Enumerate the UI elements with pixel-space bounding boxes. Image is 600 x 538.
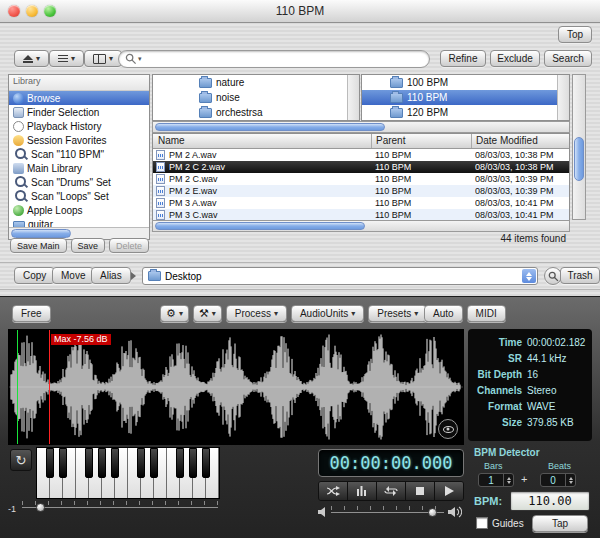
bars-icon bbox=[356, 486, 368, 496]
bookmarks-menu-button[interactable] bbox=[84, 50, 122, 67]
sidebar-item-browse[interactable]: Browse bbox=[9, 91, 149, 105]
slider-knob[interactable] bbox=[36, 503, 45, 512]
move-button[interactable]: Move bbox=[52, 267, 94, 284]
sidebar-item-scan-loops-set[interactable]: Scan "Loops" Set bbox=[9, 189, 149, 203]
piano-keyboard[interactable] bbox=[36, 447, 220, 499]
stepper-arrows-icon[interactable] bbox=[503, 474, 513, 486]
gear-menu-button[interactable]: ⚙ bbox=[160, 305, 189, 322]
loop-button[interactable]: ↻ bbox=[10, 449, 32, 471]
piano-black-key[interactable] bbox=[176, 448, 184, 478]
beats-select[interactable]: 0 bbox=[540, 473, 576, 487]
column-header-parent[interactable]: Parent bbox=[371, 134, 405, 148]
piano-black-key[interactable] bbox=[111, 448, 119, 478]
file-row[interactable]: PM 3 A.wav 110 BPM 08/03/03, 10:41 PM bbox=[153, 197, 569, 209]
sidebar-item-playback-history[interactable]: Playback History bbox=[9, 119, 149, 133]
top-button[interactable]: Top bbox=[558, 26, 592, 43]
alias-button[interactable]: Alias bbox=[91, 267, 131, 284]
folder-row-110-bpm[interactable]: 110 BPM bbox=[362, 90, 569, 105]
file-list-horizontal-scrollbar[interactable] bbox=[152, 220, 570, 232]
column-header-name[interactable]: Name bbox=[158, 135, 185, 146]
search-input[interactable] bbox=[146, 53, 423, 66]
sidebar-item-scan-drums-set[interactable]: Scan "Drums" Set bbox=[9, 175, 149, 189]
presets-menu-button[interactable]: Presets bbox=[368, 305, 427, 322]
start-marker[interactable] bbox=[17, 330, 18, 444]
file-row[interactable]: PM 2 E.wav 110 BPM 08/03/03, 10:39 PM bbox=[153, 185, 569, 197]
audiounits-menu-button[interactable]: AudioUnits bbox=[291, 305, 364, 322]
scrollbar-thumb[interactable] bbox=[574, 137, 584, 181]
bars-select[interactable]: 1 bbox=[478, 473, 514, 487]
browser-horizontal-scrollbar[interactable] bbox=[152, 121, 570, 133]
piano-black-key[interactable] bbox=[98, 448, 106, 478]
format-label: Format bbox=[468, 399, 527, 415]
playhead-marker[interactable] bbox=[49, 330, 50, 444]
piano-black-key[interactable] bbox=[59, 448, 67, 478]
shuffle-button[interactable] bbox=[319, 482, 348, 500]
piano-black-key[interactable] bbox=[137, 448, 145, 478]
time-lcd-display: 00:00:00.000 bbox=[318, 449, 464, 477]
folder-row-nature[interactable]: nature bbox=[153, 75, 359, 90]
delete-button[interactable]: Delete bbox=[109, 238, 149, 253]
stepper-arrows-icon[interactable] bbox=[565, 474, 575, 486]
folder-row-100-bpm[interactable]: 100 BPM bbox=[362, 75, 569, 90]
folder-row-120-bpm[interactable]: 120 BPM bbox=[362, 105, 569, 120]
destination-path: Desktop bbox=[165, 271, 202, 282]
sidebar-item-main-library[interactable]: Main Library bbox=[9, 161, 149, 175]
file-row-selected[interactable]: PM 2 C 2.wav 110 BPM 08/03/03, 10:38 PM bbox=[153, 161, 569, 173]
free-group: Free bbox=[12, 305, 51, 323]
loop-playback-button[interactable] bbox=[377, 482, 406, 500]
save-button[interactable]: Save bbox=[71, 238, 106, 253]
piano-black-key[interactable] bbox=[189, 448, 197, 478]
piano-black-key[interactable] bbox=[46, 448, 54, 478]
sidebar-item-apple-loops[interactable]: Apple Loops bbox=[9, 203, 149, 217]
browser-column-parent: nature noise orchestrsa bbox=[152, 74, 360, 121]
file-list-vertical-scrollbar[interactable] bbox=[572, 74, 586, 220]
eject-menu-button[interactable] bbox=[14, 50, 49, 67]
slider-knob[interactable] bbox=[428, 508, 437, 517]
column-scrollbar[interactable] bbox=[557, 75, 569, 120]
column-scrollbar[interactable] bbox=[347, 75, 359, 120]
piano-black-key[interactable] bbox=[202, 448, 210, 478]
column-header-date-modified[interactable]: Date Modified bbox=[471, 134, 538, 148]
view-eye-button[interactable] bbox=[438, 419, 458, 439]
refine-button[interactable]: Refine bbox=[440, 50, 486, 67]
octave-slider[interactable] bbox=[22, 501, 218, 513]
trash-button[interactable]: Trash bbox=[560, 267, 600, 284]
scrollbar-thumb[interactable] bbox=[155, 123, 385, 131]
search-button[interactable]: Search bbox=[544, 50, 592, 67]
toolbar: ▾ Refine Exclude Search bbox=[0, 48, 600, 72]
scrollbar-thumb[interactable] bbox=[11, 229, 71, 238]
guides-option: Guides bbox=[476, 517, 524, 529]
file-row[interactable]: PM 2 C.wav 110 BPM 08/03/03, 10:39 PM bbox=[153, 173, 569, 185]
guides-checkbox[interactable] bbox=[476, 517, 488, 529]
select-stepper-icon[interactable] bbox=[522, 269, 536, 283]
sidebar-item-scan-110-bpm[interactable]: Scan "110 BPM" bbox=[9, 147, 149, 161]
sidebar-item-session-favorites[interactable]: Session Favorites bbox=[9, 133, 149, 147]
exclude-button[interactable]: Exclude bbox=[490, 50, 540, 67]
waveform-display[interactable]: Max -7.56 dB bbox=[8, 329, 464, 445]
free-button[interactable]: Free bbox=[12, 305, 51, 322]
process-menu-button[interactable]: Process bbox=[226, 305, 287, 322]
player-panel: Free ⚙ ⚒ Process AudioUnits Presets Auto… bbox=[0, 296, 600, 538]
midi-button[interactable]: MIDI bbox=[467, 305, 506, 322]
auto-button[interactable]: Auto bbox=[424, 305, 463, 322]
play-button[interactable] bbox=[435, 482, 463, 500]
copy-button[interactable]: Copy bbox=[14, 267, 55, 284]
tap-button[interactable]: Tap bbox=[532, 515, 588, 532]
stop-button[interactable] bbox=[406, 482, 435, 500]
samplerate-value: 44.1 kHz bbox=[527, 351, 566, 367]
plus-label: + bbox=[521, 473, 527, 485]
waveform-view-button[interactable] bbox=[348, 482, 377, 500]
search-field[interactable]: ▾ bbox=[118, 50, 430, 68]
scrollbar-thumb[interactable] bbox=[155, 222, 365, 230]
folder-row-orchestrsa[interactable]: orchestrsa bbox=[153, 105, 359, 120]
save-main-button[interactable]: Save Main bbox=[10, 238, 67, 253]
tools-menu-button[interactable]: ⚒ bbox=[193, 305, 222, 322]
folder-row-noise[interactable]: noise bbox=[153, 90, 359, 105]
destination-select[interactable]: Desktop bbox=[142, 267, 538, 285]
volume-slider[interactable] bbox=[331, 506, 444, 518]
piano-black-key[interactable] bbox=[85, 448, 93, 478]
sidebar-item-finder-selection[interactable]: Finder Selection bbox=[9, 105, 149, 119]
piano-black-key[interactable] bbox=[150, 448, 158, 478]
list-view-menu-button[interactable] bbox=[49, 50, 84, 67]
file-row[interactable]: PM 2 A.wav 110 BPM 08/03/03, 10:38 PM bbox=[153, 149, 569, 161]
